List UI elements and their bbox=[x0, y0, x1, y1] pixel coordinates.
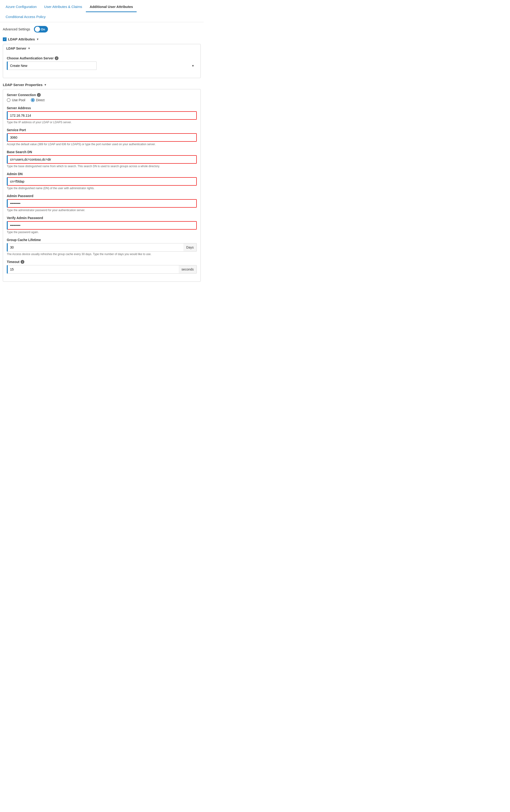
server-connection-label: Server Connection i bbox=[7, 93, 197, 97]
group-cache-lifetime-hint: The Access device usually refreshes the … bbox=[7, 252, 197, 256]
server-connection-radio-group: Use Pool Direct bbox=[7, 98, 197, 102]
verify-admin-password-hint: Type the password again. bbox=[7, 231, 197, 234]
server-address-input[interactable] bbox=[8, 111, 197, 120]
timeout-wrapper: seconds bbox=[7, 265, 197, 274]
tab-conditional-access[interactable]: Conditional Access Policy bbox=[2, 12, 49, 22]
select-chevron-icon: ▼ bbox=[191, 64, 194, 67]
ldap-attributes-arrow[interactable]: ▼ bbox=[36, 38, 39, 41]
direct-label: Direct bbox=[36, 98, 45, 102]
choose-auth-server-info-icon: i bbox=[55, 56, 58, 60]
group-cache-lifetime-input[interactable] bbox=[8, 243, 183, 251]
group-cache-lifetime-suffix: Days bbox=[183, 243, 197, 251]
advanced-settings-label: Advanced Settings bbox=[3, 27, 30, 31]
ldap-server-card: LDAP Server ▼ Choose Authentication Serv… bbox=[3, 44, 201, 78]
ldap-server-properties-content: Server Connection i Use Pool Direct bbox=[3, 89, 200, 281]
ldap-server-properties-arrow[interactable]: ▼ bbox=[44, 83, 47, 87]
choose-auth-server-wrapper: Create New ▼ bbox=[7, 61, 197, 70]
base-search-dn-hint: Type the base distinguished name from wh… bbox=[7, 164, 197, 168]
ldap-server-properties-header-row: LDAP Server Properties ▼ bbox=[3, 83, 201, 87]
nav-row-2: Conditional Access Policy bbox=[0, 12, 203, 22]
server-address-label: Server Address bbox=[7, 106, 197, 110]
ldap-server-content: Choose Authentication Server i Create Ne… bbox=[3, 53, 200, 78]
ldap-attributes-checkbox[interactable]: ✓ bbox=[3, 37, 6, 41]
admin-dn-wrapper bbox=[7, 177, 197, 186]
verify-admin-password-wrapper bbox=[7, 221, 197, 230]
admin-password-label: Admin Password bbox=[7, 194, 197, 198]
timeout-group: Timeout i seconds bbox=[7, 260, 197, 274]
use-pool-label: Use Pool bbox=[12, 98, 25, 102]
timeout-label: Timeout i bbox=[7, 260, 197, 264]
group-cache-lifetime-label: Group Cache Lifetime bbox=[7, 238, 197, 242]
tab-additional-user-attrs[interactable]: Additional User Attributes bbox=[86, 2, 137, 12]
admin-password-input[interactable] bbox=[8, 199, 197, 208]
service-port-wrapper bbox=[7, 133, 197, 142]
ldap-server-title: LDAP Server bbox=[6, 47, 26, 50]
timeout-input[interactable] bbox=[8, 265, 179, 274]
server-connection-group: Server Connection i Use Pool Direct bbox=[7, 93, 197, 102]
base-search-dn-wrapper bbox=[7, 155, 197, 164]
group-cache-lifetime-group: Group Cache Lifetime Days The Access dev… bbox=[7, 238, 197, 256]
use-pool-option[interactable]: Use Pool bbox=[7, 98, 25, 102]
tab-user-attributes[interactable]: User Attributes & Claims bbox=[40, 2, 86, 12]
ldap-server-arrow: ▼ bbox=[28, 47, 30, 50]
nav-row-1: Azure Configuration User Attributes & Cl… bbox=[0, 0, 203, 12]
direct-radio[interactable] bbox=[31, 98, 35, 102]
admin-dn-hint: Type the distinguished name (DN) of the … bbox=[7, 187, 197, 190]
ldap-attributes-header: ✓ LDAP Attributes ▼ bbox=[3, 37, 201, 41]
verify-admin-password-label: Verify Admin Password bbox=[7, 216, 197, 220]
tab-azure-config[interactable]: Azure Configuration bbox=[2, 2, 40, 12]
choose-auth-server-group: Choose Authentication Server i Create Ne… bbox=[7, 56, 197, 70]
timeout-suffix: seconds bbox=[179, 265, 197, 274]
page-content: Advanced Settings On ✓ LDAP Attributes ▼… bbox=[0, 22, 203, 290]
admin-dn-group: Admin DN Type the distinguished name (DN… bbox=[7, 172, 197, 190]
choose-auth-server-select[interactable]: Create New bbox=[8, 61, 96, 70]
advanced-settings-toggle[interactable]: On bbox=[34, 26, 48, 32]
group-cache-lifetime-wrapper: Days bbox=[7, 243, 197, 251]
choose-auth-server-label: Choose Authentication Server i bbox=[7, 56, 197, 60]
verify-admin-password-input[interactable] bbox=[8, 221, 197, 230]
server-address-wrapper bbox=[7, 111, 197, 120]
direct-option[interactable]: Direct bbox=[31, 98, 45, 102]
admin-password-group: Admin Password Type the administrator pa… bbox=[7, 194, 197, 212]
service-port-label: Service Port bbox=[7, 128, 197, 132]
server-connection-info-icon: i bbox=[37, 93, 41, 97]
server-address-group: Server Address Type the IP address of yo… bbox=[7, 106, 197, 124]
admin-dn-label: Admin DN bbox=[7, 172, 197, 176]
admin-password-wrapper bbox=[7, 199, 197, 208]
toggle-text: On bbox=[41, 28, 45, 31]
ldap-server-properties-card: Server Connection i Use Pool Direct bbox=[3, 89, 201, 282]
ldap-attributes-title: LDAP Attributes bbox=[8, 37, 35, 41]
toggle-knob bbox=[35, 27, 40, 32]
service-port-input[interactable] bbox=[8, 133, 197, 142]
direct-radio-inner bbox=[32, 99, 34, 101]
ldap-server-header[interactable]: LDAP Server ▼ bbox=[3, 44, 200, 53]
advanced-settings-row: Advanced Settings On bbox=[3, 26, 201, 32]
base-search-dn-group: Base Search DN Type the base distinguish… bbox=[7, 150, 197, 168]
ldap-server-properties-title: LDAP Server Properties bbox=[3, 83, 42, 87]
verify-admin-password-group: Verify Admin Password Type the password … bbox=[7, 216, 197, 234]
service-port-hint: Accept the default value (389 for LDAP a… bbox=[7, 143, 197, 146]
service-port-group: Service Port Accept the default value (3… bbox=[7, 128, 197, 146]
admin-password-hint: Type the administrator password for your… bbox=[7, 209, 197, 212]
base-search-dn-label: Base Search DN bbox=[7, 150, 197, 154]
base-search-dn-input[interactable] bbox=[8, 155, 197, 164]
server-address-hint: Type the IP address of your LDAP or LDAP… bbox=[7, 121, 197, 124]
admin-dn-input[interactable] bbox=[8, 177, 197, 186]
timeout-info-icon: i bbox=[21, 260, 24, 264]
use-pool-radio[interactable] bbox=[7, 98, 10, 102]
